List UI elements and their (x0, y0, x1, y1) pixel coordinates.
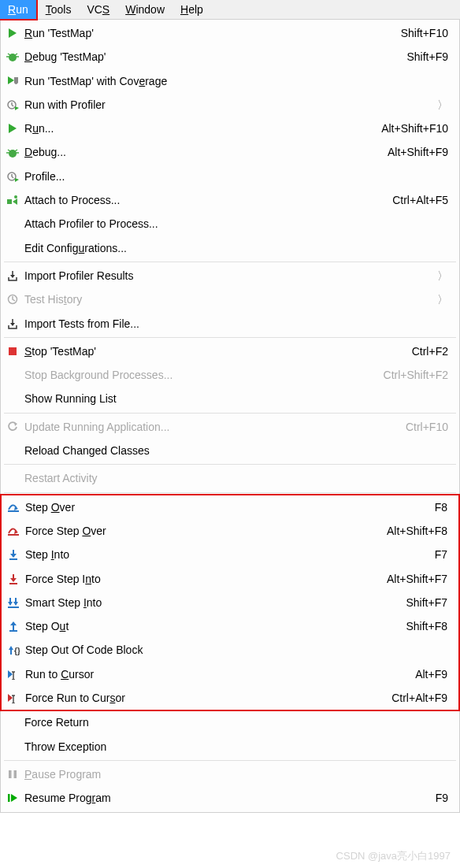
menu-vcs[interactable]: VCS (79, 0, 117, 19)
resume-icon (4, 791, 21, 805)
menu-item-label: Stop Background Processes... (21, 367, 374, 383)
menu-item-label: Import Tests from File... (21, 316, 448, 332)
menu-run[interactable]: Run (0, 0, 38, 20)
menu-item-debug[interactable]: Debug...Alt+Shift+F9 (1, 140, 459, 164)
svg-line-13 (8, 150, 10, 151)
import-icon (4, 269, 21, 283)
menu-item-run-with-profiler[interactable]: Run with Profiler〉 (1, 93, 459, 117)
shortcut: F7 (435, 547, 447, 562)
svg-marker-16 (15, 178, 19, 182)
menu-item-test-history: Test History〉 (1, 287, 459, 311)
run-menu-dropdown: Run 'TestMap'Shift+F10Debug 'TestMap'Shi… (0, 20, 460, 813)
menu-item-label: Edit Configurations... (21, 240, 448, 256)
svg-marker-6 (8, 76, 14, 84)
shortcut: Ctrl+Shift+F2 (384, 367, 448, 383)
coverage-icon (4, 74, 21, 88)
shortcut: Ctrl+F2 (412, 343, 448, 359)
menu-item-force-run-to-cursor[interactable]: Force Run to CursorCtrl+Alt+F9 (2, 686, 458, 710)
import-icon (4, 317, 21, 331)
menu-item-label: Debug... (21, 144, 378, 160)
menu-tools[interactable]: Tools (38, 0, 80, 19)
svg-marker-36 (8, 602, 13, 606)
menu-item-debug-testmap[interactable]: Debug 'TestMap'Shift+F9 (1, 45, 459, 69)
menu-item-smart-step-into[interactable]: Smart Step IntoShift+F7 (2, 591, 458, 614)
menu-item-label: Attach to Process... (21, 192, 383, 208)
menu-item-attach-to-process[interactable]: Attach to Process...Ctrl+Alt+F5 (1, 188, 459, 212)
chevron-right-icon: 〉 (436, 268, 448, 284)
blank-icon (4, 217, 21, 232)
svg-rect-17 (7, 199, 12, 204)
menu-item-label: Step Out (22, 618, 396, 634)
separator (4, 464, 456, 465)
menu-item-label: Update Running Application... (21, 419, 396, 435)
step-into-icon (5, 547, 22, 562)
blank-icon (4, 392, 21, 406)
menu-item-step-out-of-code-block[interactable]: {}Step Out Of Code Block (2, 638, 458, 662)
svg-marker-57 (11, 794, 17, 802)
separator (4, 492, 456, 493)
svg-marker-30 (10, 554, 17, 558)
separator (4, 337, 456, 338)
shortcut: Alt+Shift+F9 (388, 144, 448, 160)
menu-item-label: Import Profiler Results (21, 268, 436, 284)
menu-item-import-tests-from-file[interactable]: Import Tests from File... (1, 312, 459, 336)
menu-item-update-running-application: Update Running Application...Ctrl+F10 (1, 415, 459, 439)
menu-item-force-step-over[interactable]: Force Step OverAlt+Shift+F8 (2, 519, 458, 543)
menu-item-restart-activity: Restart Activity (1, 466, 459, 490)
menu-item-force-step-into[interactable]: Force Step IntoAlt+Shift+F7 (2, 567, 458, 591)
menu-window[interactable]: Window (117, 0, 172, 19)
menu-item-label: Smart Step Into (22, 595, 396, 610)
menu-item-label: Run to Cursor (22, 666, 406, 682)
menu-item-run-testmap[interactable]: Run 'TestMap'Shift+F10 (1, 21, 459, 45)
svg-rect-31 (9, 558, 17, 560)
shortcut: Alt+Shift+F8 (387, 523, 447, 539)
step-over-icon (5, 500, 22, 514)
menubar: RunToolsVCSWindowHelp (0, 0, 460, 20)
menu-item-run-testmap-with-coverage[interactable]: Run 'TestMap' with Coverage (1, 69, 459, 93)
clock-grey-icon (4, 292, 21, 306)
shortcut: Alt+Shift+F7 (387, 571, 447, 587)
menu-item-label: Pause Program (21, 766, 448, 782)
refresh-grey-icon (4, 420, 21, 434)
menu-item-import-profiler-results[interactable]: Import Profiler Results〉 (1, 264, 459, 287)
menu-item-label: Resume Program (21, 790, 426, 806)
menu-item-stop-testmap[interactable]: Stop 'TestMap'Ctrl+F2 (1, 339, 459, 363)
menu-item-attach-profiler-to-process[interactable]: Attach Profiler to Process... (1, 212, 459, 236)
menu-item-throw-exception[interactable]: Throw Exception (1, 735, 459, 759)
menu-item-label: Restart Activity (21, 470, 448, 486)
menu-item-run[interactable]: Run...Alt+Shift+F10 (1, 117, 459, 140)
svg-rect-23 (9, 347, 17, 355)
shortcut: Alt+Shift+F10 (381, 121, 448, 136)
menu-item-label: Profile... (21, 169, 448, 184)
menu-item-label: Throw Exception (21, 739, 448, 755)
force-step-into-icon (5, 572, 22, 586)
bug-green-icon (4, 146, 21, 160)
menu-item-step-into[interactable]: Step IntoF7 (2, 543, 458, 566)
svg-marker-18 (13, 198, 17, 205)
menu-item-resume-program[interactable]: Resume ProgramF9 (1, 786, 459, 810)
menu-help[interactable]: Help (172, 0, 211, 19)
svg-line-14 (15, 150, 17, 151)
svg-text:{}: {} (14, 647, 20, 655)
menu-item-label: Step Over (22, 499, 425, 515)
separator (4, 413, 456, 414)
svg-rect-54 (9, 770, 12, 778)
svg-rect-42 (9, 630, 17, 632)
menu-item-step-over[interactable]: Step OverF8 (2, 495, 458, 519)
menu-item-profile[interactable]: Profile... (1, 165, 459, 188)
blank-icon (4, 443, 21, 458)
highlight-box: Step OverF8Force Step OverAlt+Shift+F8St… (0, 494, 460, 712)
menu-item-label: Force Return (21, 714, 448, 730)
menu-item-run-to-cursor[interactable]: Run to CursorAlt+F9 (2, 662, 458, 686)
menu-item-show-running-list[interactable]: Show Running List (1, 387, 459, 410)
attach-icon (4, 193, 21, 207)
menu-item-step-out[interactable]: Step OutShift+F8 (2, 614, 458, 638)
menu-item-force-return[interactable]: Force Return (1, 710, 459, 734)
separator (4, 262, 456, 262)
menu-item-label: Run 'TestMap' with Coverage (21, 73, 448, 89)
svg-rect-56 (8, 794, 10, 802)
menu-item-reload-changed-classes[interactable]: Reload Changed Classes (1, 439, 459, 462)
force-step-over-icon (5, 524, 22, 538)
menu-item-label: Test History (21, 291, 436, 307)
menu-item-edit-configurations[interactable]: Edit Configurations... (1, 236, 459, 260)
